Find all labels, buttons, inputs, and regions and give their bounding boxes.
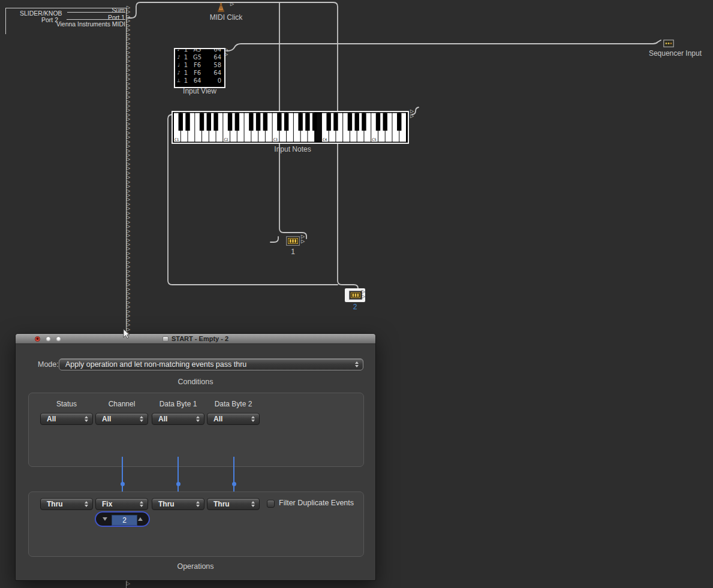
operation-channel-dropdown[interactable]: Fix	[95, 498, 148, 510]
midi-click-label[interactable]: MIDI Click	[202, 13, 250, 22]
column-header-databyte1: Data Byte 1	[152, 400, 204, 408]
filter-duplicate-events-label: Filter Duplicate Events	[279, 499, 354, 507]
condition-status-value: All	[44, 415, 83, 423]
sequencer-input-label[interactable]: Sequencer Input	[641, 49, 702, 58]
input-view-label[interactable]: Input View	[176, 87, 224, 95]
stepper-icon[interactable]	[195, 501, 201, 507]
mouse-cursor	[123, 328, 131, 339]
input-notes-keyboard[interactable]: C1C2C3C4C5	[172, 111, 409, 144]
stepper-icon[interactable]	[139, 416, 145, 422]
operations-heading: Operations	[16, 562, 375, 571]
spinner-decrement-icon[interactable]	[103, 517, 107, 521]
label-rule-2	[67, 19, 125, 20]
mode-stepper-icon[interactable]	[354, 361, 360, 367]
metronome-icon[interactable]	[216, 2, 225, 13]
column-header-databyte2: Data Byte 2	[207, 400, 260, 408]
wire-dot-1	[121, 482, 125, 486]
physical-input-border-left	[5, 8, 6, 34]
stepper-icon[interactable]	[250, 501, 256, 507]
window-proxy-icon[interactable]	[163, 336, 169, 342]
physical-input-sum[interactable]: Sum	[90, 7, 125, 14]
operation-status-dropdown[interactable]: Thru	[40, 498, 93, 510]
svg-text:C2: C2	[224, 137, 228, 141]
label-rule-1	[67, 12, 125, 13]
operation-status-value: Thru	[44, 500, 83, 508]
filter-duplicate-events-checkbox[interactable]	[267, 500, 275, 508]
svg-text:C5: C5	[372, 137, 377, 141]
window-title-text: START - Empty - 2	[172, 335, 228, 342]
column-header-channel: Channel	[95, 400, 148, 408]
midi-click-outlet[interactable]: ▷	[230, 2, 234, 7]
operation-databyte1-dropdown[interactable]: Thru	[152, 498, 204, 510]
stepper-icon[interactable]	[250, 416, 256, 422]
transformer-window: START - Empty - 2 Mode: Apply operation …	[15, 333, 376, 581]
wire-dot-3	[232, 482, 236, 486]
logic-environment: ▷ ▷ ▷ ▷ ▷ ▷ ▷ ▷ ▷ ▷ ▷ ▷ ▷ ▷ ▷ ▷ ▷ ▷ ▷ ▷ …	[0, 0, 713, 588]
stepper-icon[interactable]	[195, 416, 201, 422]
stepper-icon[interactable]	[139, 501, 145, 507]
transformer-1-icon[interactable]	[286, 236, 300, 246]
wire-dot-2	[176, 482, 180, 486]
condition-channel-value: All	[99, 415, 139, 423]
operation-channel-value: Fix	[99, 500, 139, 508]
mode-value: Apply operation and let non-matching eve…	[62, 360, 354, 369]
window-title: START - Empty - 2	[16, 334, 375, 343]
midi-event-row: ♪1G564	[175, 53, 224, 61]
transformer-2-label[interactable]: 2	[345, 303, 365, 311]
midi-event-row: ♪1A564	[175, 48, 224, 53]
column-header-status: Status	[40, 400, 93, 408]
transformer-2-icon[interactable]	[349, 291, 362, 300]
mode-label: Mode:	[38, 360, 59, 369]
input-view-monitor[interactable]: ♪1A564♪1G564♩1F658♪1F664⊥1640	[174, 48, 225, 88]
transformer-1-label[interactable]: 1	[286, 248, 300, 256]
sequencer-input-icon[interactable]	[663, 40, 674, 47]
conditions-heading: Conditions	[16, 378, 375, 386]
input-notes-label[interactable]: Input Notes	[263, 145, 323, 153]
channel-value-spinner[interactable]: 2	[95, 511, 150, 527]
condition-databyte1-value: All	[155, 415, 195, 423]
operation-databyte1-value: Thru	[155, 500, 195, 508]
midi-event-row: ♪1F664	[175, 69, 224, 77]
window-titlebar[interactable]: START - Empty - 2	[16, 334, 375, 344]
svg-text:C3: C3	[273, 137, 278, 141]
input-view-outlets[interactable]: ▷ ▷	[224, 47, 228, 57]
midi-event-row: ⊥1640	[175, 77, 224, 85]
svg-text:C4: C4	[323, 137, 327, 141]
operation-databyte2-value: Thru	[210, 500, 250, 508]
midi-event-row: ♩1F658	[175, 61, 224, 69]
stepper-icon[interactable]	[83, 501, 89, 507]
condition-status-dropdown[interactable]: All	[40, 413, 93, 425]
spinner-value[interactable]: 2	[112, 515, 137, 526]
input-notes-outlets[interactable]: ▷ ▷	[410, 109, 414, 119]
svg-text:C1: C1	[175, 137, 179, 141]
condition-channel-dropdown[interactable]: All	[95, 413, 148, 425]
transformer-1-outlets[interactable]: ▷ ▷	[301, 234, 305, 244]
condition-databyte2-dropdown[interactable]: All	[207, 413, 260, 425]
physical-input-device[interactable]: Vienna Instruments MIDI	[51, 20, 125, 28]
operation-databyte2-dropdown[interactable]: Thru	[207, 498, 260, 510]
mode-dropdown[interactable]: Apply operation and let non-matching eve…	[59, 358, 363, 370]
condition-databyte1-dropdown[interactable]: All	[152, 413, 204, 425]
transformer-2-outlets[interactable]: ▷ ▷	[362, 290, 365, 299]
spinner-increment-icon[interactable]	[138, 517, 143, 521]
condition-databyte2-value: All	[210, 415, 250, 423]
stepper-icon[interactable]	[83, 416, 89, 422]
